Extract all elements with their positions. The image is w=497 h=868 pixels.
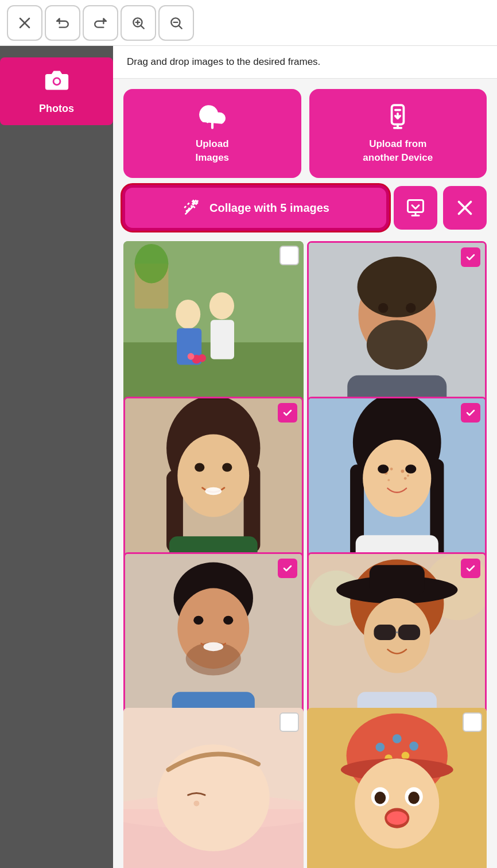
svg-point-57 [363,440,431,517]
zoom-in-button[interactable] [121,5,156,41]
collage-button[interactable]: Collage with 5 images [123,186,388,230]
svg-point-73 [223,616,233,625]
magic-wand-icon [182,198,201,218]
import-image-button[interactable] [394,186,437,230]
svg-point-47 [177,434,249,517]
upload-images-label: UploadImages [195,137,229,165]
svg-point-95 [375,743,385,752]
svg-point-38 [366,320,427,370]
svg-rect-30 [211,320,234,359]
zoom-out-button[interactable] [158,5,194,41]
close-button[interactable] [7,5,42,41]
svg-point-64 [378,464,389,473]
image-preview-4 [309,398,486,575]
close-collage-button[interactable] [443,186,487,230]
svg-point-18 [187,211,187,211]
svg-point-74 [203,642,223,651]
svg-line-15 [188,203,189,205]
svg-point-33 [198,354,206,362]
svg-point-104 [374,792,386,804]
svg-point-17 [189,208,189,209]
svg-point-59 [390,468,393,471]
image-grid [113,239,497,868]
sidebar-photos-label: Photos [39,103,74,115]
checkbox-2[interactable] [461,247,480,267]
main-layout: Photos Drag and drop images to the desir… [0,46,497,868]
svg-point-27 [176,300,200,329]
svg-line-16 [193,206,195,208]
svg-point-105 [408,792,420,804]
check-icon-4 [465,407,476,418]
image-cell-7[interactable] [123,708,304,868]
svg-point-72 [193,616,203,625]
svg-rect-83 [374,625,395,640]
check-icon-3 [282,407,293,418]
svg-point-99 [401,751,409,760]
svg-line-3 [141,26,144,29]
image-cell-5[interactable] [123,552,304,733]
upload-device-button[interactable]: Upload fromanother Device [309,89,487,178]
svg-point-19 [191,206,192,206]
checkbox-7[interactable] [279,712,299,732]
svg-point-39 [378,303,388,313]
instruction-text: Drag and drop images to the desired fram… [127,56,320,67]
svg-point-65 [405,464,416,473]
checkbox-8[interactable] [463,712,482,732]
image-preview-6 [309,554,486,731]
svg-line-14 [184,206,186,208]
svg-point-107 [387,811,407,825]
upload-icon [198,103,227,131]
svg-point-40 [406,303,416,313]
svg-rect-81 [369,565,424,595]
svg-point-49 [222,463,232,471]
upload-images-button[interactable]: UploadImages [123,89,301,178]
svg-point-37 [357,257,436,317]
device-icon [383,103,412,131]
image-cell-1[interactable] [123,241,304,421]
undo-button[interactable] [45,5,80,41]
svg-point-82 [364,598,430,673]
svg-point-61 [407,475,409,477]
svg-point-63 [403,477,406,480]
image-cell-4[interactable] [307,397,487,577]
content-area: Drag and drop images to the desired fram… [113,46,497,868]
checkbox-1[interactable] [279,246,299,265]
svg-point-101 [355,758,439,848]
image-cell-2[interactable] [307,241,487,421]
svg-point-32 [188,353,195,360]
svg-point-96 [392,734,401,743]
svg-point-50 [205,487,222,495]
svg-point-10 [54,79,59,84]
image-preview-1 [123,241,304,421]
image-cell-3[interactable] [123,397,304,577]
svg-point-97 [409,742,418,751]
sidebar-item-photos[interactable]: Photos [0,57,113,125]
svg-point-48 [195,463,204,471]
check-icon-2 [465,251,476,263]
image-preview-5 [125,554,302,731]
svg-point-60 [401,470,404,473]
svg-point-28 [209,292,234,319]
svg-line-7 [179,26,182,29]
sidebar: Photos [0,46,113,868]
image-preview-8 [307,708,487,868]
redo-button[interactable] [83,5,118,41]
image-preview-7 [123,708,304,868]
checkbox-6[interactable] [461,559,480,578]
svg-rect-84 [398,625,420,640]
svg-point-62 [387,479,390,481]
check-icon-6 [465,563,476,574]
image-cell-8[interactable] [307,708,487,868]
checkbox-3[interactable] [278,403,297,423]
svg-rect-20 [408,200,424,212]
checkbox-4[interactable] [461,403,480,423]
import-icon [405,197,426,218]
upload-device-label: Upload fromanother Device [363,137,433,165]
image-cell-6[interactable] [307,552,487,733]
image-preview-2 [309,243,486,420]
toolbar [0,0,497,46]
svg-point-26 [135,244,169,284]
collage-label: Collage with 5 images [209,202,329,215]
checkbox-5[interactable] [278,559,297,578]
svg-point-91 [193,801,199,807]
